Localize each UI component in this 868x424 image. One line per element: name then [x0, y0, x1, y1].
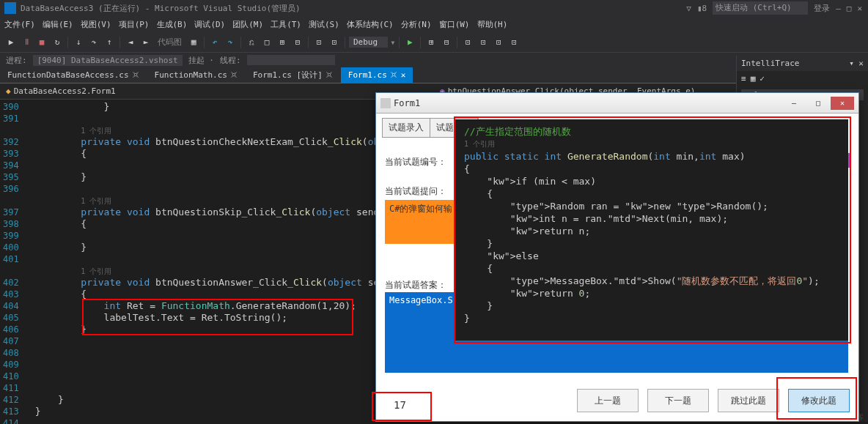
menu-bar: 文件(F)编辑(E)视图(V)项目(P)生成(B)调试(D)团队(M)工具(T)… — [0, 16, 868, 32]
intellitrace-title: IntelliTrace — [741, 59, 799, 68]
nav-fwd-icon[interactable]: ► — [139, 36, 152, 49]
tb-e[interactable]: ⊡ — [312, 36, 326, 49]
maximize-button[interactable]: □ — [847, 4, 852, 13]
nav-back-icon[interactable]: ◄ — [124, 36, 137, 49]
menu-item[interactable]: 团队(M) — [232, 19, 263, 30]
menu-item[interactable]: 调试(D) — [194, 19, 225, 30]
label-answer: 当前试题答案： — [385, 279, 446, 291]
tb-l[interactable]: ⊡ — [492, 36, 505, 49]
suspend-label[interactable]: 挂起 · — [188, 55, 214, 66]
redo-icon[interactable]: ↷ — [224, 36, 237, 49]
fold-margin[interactable] — [23, 100, 34, 424]
code-tooltip: //产生指定范围的随机数1 个引用public static int Gener… — [455, 119, 848, 341]
document-tab[interactable]: FunctionDataBaseAccess.cs ⯏ — [0, 67, 147, 83]
codemap-label: 代码图 — [158, 37, 182, 48]
stop-icon[interactable]: ■ — [35, 36, 48, 49]
tb-g[interactable]: ▶ — [403, 36, 416, 49]
tb-h[interactable]: ⊞ — [424, 36, 438, 49]
output-label: 17 — [394, 399, 406, 411]
modify-button[interactable]: 修改此题 — [788, 389, 850, 412]
undo-icon[interactable]: ↶ — [208, 36, 221, 49]
crumb-left[interactable]: DataBaseAccess2.Form1 — [14, 86, 116, 96]
tb-j[interactable]: ⊡ — [461, 36, 474, 49]
tb-i[interactable]: ⊟ — [440, 36, 453, 49]
form1-titlebar[interactable]: Form1 — □ ✕ — [376, 93, 858, 114]
login-link[interactable]: 登录 — [814, 3, 830, 14]
tb-b[interactable]: □ — [260, 36, 273, 49]
notification-icon[interactable]: ▽ — [686, 4, 691, 13]
menu-item[interactable]: 测试(S) — [309, 19, 339, 30]
minimize-button[interactable]: — — [836, 4, 841, 13]
menu-item[interactable]: 分析(N) — [401, 19, 432, 30]
title-bar: DataBaseAccess3 (正在运行) - Microsoft Visua… — [0, 0, 868, 16]
tb-c[interactable]: ⊞ — [276, 36, 289, 49]
document-tab[interactable]: Form1.cs [设计] ⯏ — [246, 67, 341, 83]
tb-f[interactable]: ⊡ — [328, 36, 341, 49]
it-icon-c[interactable]: ✓ — [760, 74, 765, 83]
tb-d[interactable]: ⊟ — [291, 36, 304, 49]
document-tab[interactable]: FunctionMath.cs ⯏ — [147, 67, 246, 83]
menu-item[interactable]: 项目(P) — [119, 19, 150, 30]
pause-icon[interactable]: Ⅱ — [20, 36, 33, 49]
form-close-button[interactable]: ✕ — [831, 97, 854, 110]
step-into-icon[interactable]: ↓ — [72, 36, 85, 49]
tb-m[interactable]: ⊡ — [507, 36, 521, 49]
flag-icon[interactable]: ▮8 — [697, 4, 707, 13]
process-label: 进程: — [6, 55, 27, 66]
menu-item[interactable]: 编辑(E) — [43, 19, 73, 30]
skip-button[interactable]: 跳过此题 — [718, 389, 779, 412]
menu-item[interactable]: 体系结构(C) — [347, 19, 394, 30]
next-button[interactable]: 下一题 — [647, 389, 709, 412]
close-button[interactable]: ✕ — [857, 4, 862, 13]
form-icon — [380, 98, 391, 108]
restart-icon[interactable]: ↻ — [51, 36, 64, 49]
tb-a[interactable]: ⎌ — [245, 36, 258, 49]
line-gutter: 3903913923933943953963973983994004014024… — [0, 100, 23, 424]
form1-title: Form1 — [394, 98, 420, 108]
label-question-text: 当前试题提问： — [385, 185, 446, 198]
tb-k[interactable]: ⊡ — [477, 36, 490, 49]
step-out-icon[interactable]: ↑ — [103, 36, 116, 49]
menu-item[interactable]: 窗口(W) — [439, 19, 470, 30]
prev-button[interactable]: 上一题 — [577, 389, 639, 412]
menu-item[interactable]: 视图(V) — [81, 19, 111, 30]
step-over-icon[interactable]: ↷ — [87, 36, 100, 49]
menu-item[interactable]: 生成(B) — [157, 19, 188, 30]
continue-icon[interactable]: ▶ — [4, 36, 18, 49]
window-title: DataBaseAccess3 (正在运行) - Microsoft Visua… — [21, 3, 301, 14]
menu-item[interactable]: 工具(T) — [271, 19, 301, 30]
form-maximize-button[interactable]: □ — [806, 97, 830, 110]
config-dropdown[interactable]: Debug — [349, 37, 388, 48]
label-question-id: 当前试题编号： — [385, 156, 446, 168]
vs-icon — [4, 2, 16, 14]
menu-item[interactable]: 帮助(H) — [477, 19, 508, 30]
quick-launch-input[interactable]: 快速启动 (Ctrl+Q) — [713, 1, 808, 15]
menu-item[interactable]: 文件(F) — [4, 19, 35, 30]
codemap-icon[interactable]: ▦ — [187, 36, 200, 49]
it-icon-b[interactable]: ▦ — [751, 74, 756, 83]
it-icon-a[interactable]: ≡ — [741, 74, 746, 83]
form-minimize-button[interactable]: — — [782, 97, 806, 110]
tab-input[interactable]: 试题录入 — [383, 119, 430, 137]
thread-dropdown[interactable] — [247, 55, 335, 65]
main-toolbar: ▶ Ⅱ ■ ↻ ↓ ↷ ↑ ◄ ► 代码图 ▦ ↶ ↷ ⎌ □ ⊞ ⊟ ⊡ ⊡ … — [0, 32, 868, 53]
form1-window: Form1 — □ ✕ 试题录入 试题查看 当前试题编号： 当前试题提问： 时间… — [375, 92, 859, 422]
process-dropdown[interactable]: [9040] DataBaseAccess2.vshost — [33, 55, 183, 66]
thread-label: 线程: — [220, 55, 241, 66]
document-tab[interactable]: Form1.cs ⯏ ✕ — [341, 67, 413, 83]
